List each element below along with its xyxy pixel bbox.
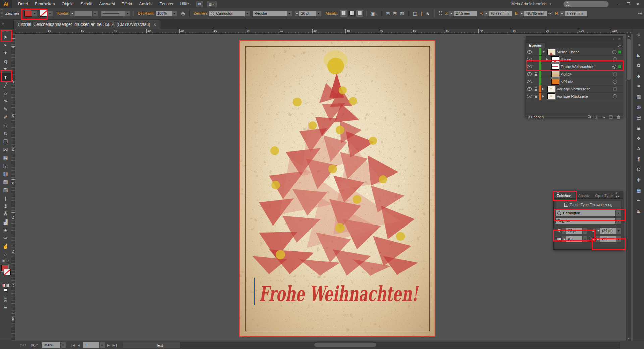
draw-normal-icon[interactable]: ▢ xyxy=(0,295,11,299)
color-guide-panel-icon[interactable]: ◣ xyxy=(633,50,644,60)
height-stepper[interactable] xyxy=(560,11,565,16)
font-style-dropdown[interactable] xyxy=(287,11,292,16)
magic-wand-tool[interactable]: ✦ xyxy=(0,49,11,57)
artboards-panel-icon[interactable]: ⊞ xyxy=(633,206,644,216)
links-panel-icon[interactable]: ▦ xyxy=(633,185,644,195)
line-segment-tool[interactable]: ╱ xyxy=(0,81,11,89)
pencil-tool[interactable]: ✎ xyxy=(0,105,11,113)
paintbrush-tool[interactable]: ✑ xyxy=(0,97,11,105)
pathfinder-panel-icon[interactable]: ✚ xyxy=(633,174,644,185)
align-center-button[interactable] xyxy=(348,10,355,17)
align-horizontal-icon[interactable]: ⊞ xyxy=(386,11,390,16)
transform-grid-icon[interactable]: ⠿ xyxy=(439,10,442,16)
brushes-panel-icon[interactable]: ✿ xyxy=(633,60,644,70)
lock-icon[interactable] xyxy=(535,96,537,98)
width-stepper[interactable] xyxy=(520,11,524,16)
font-style-dropdown[interactable] xyxy=(615,218,621,224)
distribute-space-icon[interactable]: ≋ xyxy=(426,11,430,16)
type-tool[interactable]: T xyxy=(0,73,11,81)
font-size-stepper[interactable] xyxy=(562,228,566,234)
distribute-icon[interactable]: ◫ xyxy=(413,11,417,16)
rotate-tool[interactable]: ↻ xyxy=(0,130,11,138)
arrange-documents-button[interactable]: ▦▼ xyxy=(207,1,217,7)
lock-icon[interactable] xyxy=(535,74,537,76)
horizontal-ruler[interactable]: 6050403020100102030405060708090100110 xyxy=(15,29,644,34)
toolbar-grip[interactable] xyxy=(2,30,9,32)
ruler-corner[interactable] xyxy=(11,29,16,34)
lock-icon[interactable] xyxy=(535,89,537,91)
transform-menu-icon[interactable]: ▣▼ xyxy=(371,11,377,16)
artboard-number-field[interactable]: 1 xyxy=(83,342,99,348)
export-icon[interactable]: ⎘↗ xyxy=(31,343,38,348)
next-artboard-icon[interactable]: ▶ xyxy=(107,343,110,347)
lasso-tool[interactable]: ɋ xyxy=(0,57,11,65)
font-style-field[interactable]: Regular xyxy=(253,11,287,16)
leading-stepper[interactable] xyxy=(596,228,600,234)
actions-panel-icon[interactable]: ✒ xyxy=(633,195,644,206)
font-family-dropdown[interactable] xyxy=(245,11,250,16)
gradient-mode-icon[interactable] xyxy=(6,284,9,287)
menu-item[interactable]: Ansicht xyxy=(136,0,156,8)
stroke-swatch[interactable] xyxy=(4,269,11,275)
panel-expand-icon[interactable]: » ▾≡ xyxy=(615,191,623,198)
draw-behind-icon[interactable]: ⧉ xyxy=(0,299,11,303)
x-stepper[interactable] xyxy=(449,11,454,16)
opacity-dropdown[interactable] xyxy=(172,11,177,16)
layer-row-pfad[interactable]: <Pfad> xyxy=(526,78,623,85)
target-icon[interactable] xyxy=(612,65,616,69)
artboard-card[interactable]: Frohe Weihnachten! xyxy=(239,40,435,337)
minimize-button[interactable]: – xyxy=(614,1,624,7)
clipping-mask-icon[interactable]: ◫ xyxy=(595,115,598,119)
graphic-styles-panel-icon[interactable]: ≣ xyxy=(633,122,644,133)
eyedropper-tool[interactable]: ¡ xyxy=(0,194,11,202)
scale-tool[interactable]: ❒ xyxy=(0,138,11,146)
shape-builder-tool[interactable]: ◱ xyxy=(0,162,11,170)
leading-field[interactable]: (24 pt) xyxy=(600,228,616,234)
close-button[interactable]: ✕ xyxy=(633,1,643,7)
fill-color-dropdown[interactable] xyxy=(32,11,37,16)
bridge-button[interactable]: Br xyxy=(196,1,203,7)
appearance-panel-icon[interactable]: ▤ xyxy=(633,112,644,122)
hand-tool[interactable]: ☝ xyxy=(0,242,11,250)
gradient-panel-icon[interactable]: ▧ xyxy=(633,91,644,102)
expander-icon[interactable] xyxy=(542,51,545,54)
column-graph-tool[interactable]: ▟ xyxy=(0,218,11,226)
transparency-panel-icon[interactable]: ◍ xyxy=(633,102,644,112)
tab-opentype[interactable]: OpenType xyxy=(592,193,615,198)
stroke-weight-dropdown[interactable] xyxy=(92,11,98,16)
align-edge-icon[interactable]: ⊠ xyxy=(400,11,404,16)
layer-row-frohe-weihnachten[interactable]: Frohe Weihnachten! xyxy=(526,63,623,70)
y-stepper[interactable] xyxy=(484,11,489,16)
first-artboard-icon[interactable]: ❙◀ xyxy=(70,343,75,347)
gradient-tool[interactable]: ▧ xyxy=(0,186,11,194)
panel-menu-icon[interactable]: ▾≡ xyxy=(617,44,623,48)
paragraph-panel-icon[interactable]: ¶ xyxy=(633,154,644,164)
stroke-panel-icon[interactable]: ≡ xyxy=(633,81,644,91)
font-family-field[interactable]: Carrington xyxy=(556,210,615,216)
symbols-panel-icon[interactable]: ♣ xyxy=(633,70,644,81)
shaper-tool[interactable]: ✐ xyxy=(0,113,11,121)
symbol-sprayer-tool[interactable]: ⁂ xyxy=(0,210,11,218)
tab-ebenen[interactable]: Ebenen xyxy=(526,42,545,48)
font-size-stepper[interactable] xyxy=(295,11,299,16)
last-artboard-icon[interactable]: ▶❙ xyxy=(113,343,118,347)
menu-item[interactable]: Fenster xyxy=(156,0,177,8)
leading-dropdown[interactable] xyxy=(616,228,621,234)
link-dimensions-icon[interactable]: ⚯ xyxy=(548,11,552,16)
expander-icon[interactable] xyxy=(542,95,545,98)
align-right-button[interactable] xyxy=(356,10,363,17)
expander-icon[interactable] xyxy=(546,58,549,61)
vertical-ruler[interactable]: 01020304050607080 xyxy=(11,34,15,341)
workspace-switcher[interactable]: Mein Arbeitsbereich▼ xyxy=(511,1,552,7)
visibility-icon[interactable] xyxy=(527,50,532,54)
horizontal-scroll-thumb[interactable] xyxy=(314,343,376,347)
width-profile-dropdown[interactable] xyxy=(125,11,130,16)
artboard-tool[interactable]: ⊞ xyxy=(0,226,11,234)
font-size-field[interactable]: 20 pt xyxy=(299,11,316,16)
screen-mode-icon[interactable]: ⬓ xyxy=(0,305,11,309)
restore-button[interactable]: ❐ xyxy=(624,1,633,7)
layer-row-baum[interactable]: Baum xyxy=(526,56,623,63)
visibility-icon[interactable] xyxy=(527,95,532,98)
default-colors-icon[interactable]: ▣ xyxy=(2,259,5,262)
width-profile-field[interactable] xyxy=(101,11,125,16)
